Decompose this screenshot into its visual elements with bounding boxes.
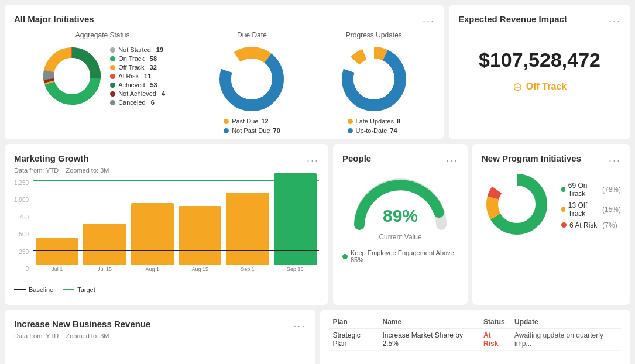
due-date-legend: Past Due 12 Not Past Due 70 bbox=[224, 118, 280, 134]
gauge-note-dot bbox=[342, 254, 348, 259]
target-line bbox=[33, 180, 319, 181]
business-revenue-meta: Data from: YTD Zoomed to: 3M bbox=[14, 332, 306, 339]
revenue-card: Expected Revenue Impact ... $107,528,472… bbox=[449, 5, 630, 139]
initiatives-card: All Major Initiatives ... Aggregate Stat… bbox=[5, 5, 444, 139]
due-date-section: Due Date Past Due 12 bbox=[217, 31, 287, 134]
table-row: Strategic Plan Increase Market Share by … bbox=[329, 329, 622, 351]
business-revenue-card: Increase New Business Revenue ... Data f… bbox=[5, 310, 315, 364]
gauge-label: Current Value bbox=[379, 233, 421, 241]
due-date-title: Due Date bbox=[237, 31, 267, 39]
bar-group-2: Jul 15 bbox=[83, 224, 126, 272]
progress-updates-title: Progress Updates bbox=[346, 31, 402, 39]
col-name: Name bbox=[379, 315, 480, 329]
status-cell: At Risk bbox=[480, 329, 511, 351]
svg-point-10 bbox=[231, 59, 272, 99]
gauge-container: 89% bbox=[351, 175, 450, 231]
svg-point-13 bbox=[353, 59, 394, 99]
people-card: People ... 89% Current Value bbox=[333, 144, 468, 305]
target-legend: Target bbox=[63, 286, 95, 293]
new-program-donut bbox=[482, 169, 552, 241]
bar-group-4: Aug 15 bbox=[179, 206, 221, 272]
new-program-legend: 69 On Track (78%) 13 Off Track (15%) 6 A… bbox=[561, 181, 621, 229]
aggregate-status-title: Aggregate Status bbox=[75, 31, 130, 39]
bars-container: Jul 1 Jul 15 Aug 1 Aug 15 bbox=[33, 178, 319, 272]
initiatives-title: All Major Initiatives bbox=[14, 14, 94, 24]
aggregate-donut bbox=[40, 44, 104, 108]
people-title: People bbox=[342, 153, 371, 163]
bar-4 bbox=[179, 206, 221, 265]
off-track-icon: ⊖ bbox=[513, 80, 523, 94]
bar-3 bbox=[131, 203, 174, 265]
np-legend-3: 6 At Risk (7%) bbox=[561, 221, 621, 229]
marketing-title: Marketing Growth bbox=[14, 153, 89, 163]
baseline-legend-line bbox=[14, 289, 26, 290]
revenue-amount: $107,528,472 bbox=[458, 49, 621, 71]
progress-updates-section: Progress Updates Late Updates 8 bbox=[339, 31, 409, 134]
bar-group-6: Sep 15 bbox=[274, 173, 317, 272]
bar-2 bbox=[83, 224, 126, 265]
bars-area: Jul 1 Jul 15 Aug 1 Aug 15 bbox=[33, 178, 319, 284]
y-axis: 1,250 1,000 750 500 250 0 bbox=[14, 178, 31, 272]
bar-group-1: Jul 1 bbox=[36, 238, 78, 272]
revenue-title: Expected Revenue Impact bbox=[458, 14, 567, 24]
bar-5 bbox=[226, 193, 269, 265]
marketing-growth-card: Marketing Growth ... Data from: YTD Zoom… bbox=[5, 144, 328, 305]
new-program-card: New Program Initiatives ... bbox=[472, 144, 630, 305]
col-plan: Plan bbox=[329, 315, 379, 329]
gauge-note-text: Keep Employee Engagement Above 85% bbox=[351, 249, 458, 263]
progress-legend: Late Updates 8 Up-to-Date 74 bbox=[348, 118, 401, 134]
aggregate-status-section: Aggregate Status bbox=[40, 31, 165, 108]
people-more[interactable]: ... bbox=[446, 152, 458, 164]
new-program-more[interactable]: ... bbox=[609, 152, 621, 164]
chart-legend: Baseline Target bbox=[14, 286, 319, 293]
np-legend-1: 69 On Track (78%) bbox=[561, 181, 621, 198]
baseline-legend: Baseline bbox=[14, 286, 53, 293]
bar-group-5: Sep 1 bbox=[226, 193, 269, 272]
revenue-status-text: Off Track bbox=[526, 81, 567, 92]
new-program-title: New Program Initiatives bbox=[482, 153, 581, 163]
baseline-line bbox=[33, 250, 319, 251]
svg-point-7 bbox=[54, 58, 90, 94]
initiatives-more[interactable]: ... bbox=[423, 13, 435, 25]
people-gauge-section: 89% Current Value Keep Employee Engageme… bbox=[342, 169, 458, 269]
np-legend-2: 13 Off Track (15%) bbox=[561, 201, 621, 218]
data-table: Plan Name Status Update Strategic Plan I… bbox=[329, 315, 622, 351]
col-status: Status bbox=[480, 315, 511, 329]
svg-point-17 bbox=[499, 186, 535, 222]
revenue-more[interactable]: ... bbox=[609, 13, 621, 25]
gauge-note: Keep Employee Engagement Above 85% bbox=[342, 249, 458, 263]
col-update: Update bbox=[511, 315, 621, 329]
new-program-content: 69 On Track (78%) 13 Off Track (15%) 6 A… bbox=[482, 169, 621, 241]
business-revenue-more[interactable]: ... bbox=[293, 318, 306, 330]
bar-group-3: Aug 1 bbox=[131, 203, 174, 272]
bar-chart: 1,250 1,000 750 500 250 0 bbox=[14, 178, 319, 284]
target-legend-line bbox=[63, 289, 74, 290]
gauge-value: 89% bbox=[383, 206, 418, 226]
business-revenue-title: Increase New Business Revenue bbox=[14, 319, 150, 329]
bar-1 bbox=[36, 238, 78, 265]
aggregate-legend: Not Started 19 On Track 58 Off Track bbox=[110, 46, 165, 106]
marketing-more[interactable]: ... bbox=[307, 152, 319, 164]
table-card: Plan Name Status Update Strategic Plan I… bbox=[320, 310, 631, 364]
revenue-status: ⊖ Off Track bbox=[458, 80, 621, 94]
